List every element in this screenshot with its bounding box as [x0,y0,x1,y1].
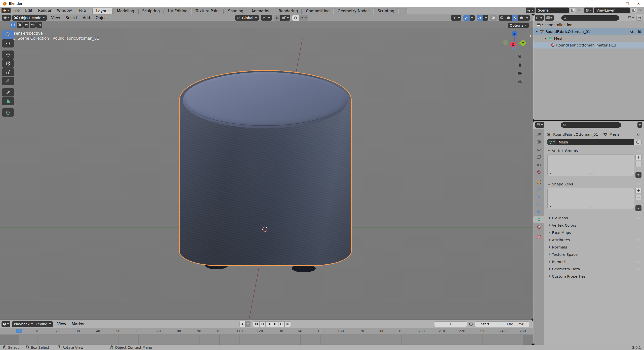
section-texture-space[interactable]: Texture Space [547,251,641,258]
list-filter-toggle-icon[interactable]: ▶ [550,205,551,208]
show-gizmo-toggle[interactable] [463,15,470,21]
scene-unlink-button[interactable]: × [577,8,582,13]
camera-view-button[interactable] [516,70,523,77]
tab-modeling[interactable]: Modeling [113,8,138,14]
pan-view-button[interactable] [516,61,523,68]
menu-render[interactable]: Render [35,8,54,13]
proportional-falloff-dropdown[interactable] [299,15,308,21]
timeline-menu-view[interactable]: View [55,321,69,327]
section-attributes[interactable]: Attributes [547,236,641,243]
proportional-edit-toggle[interactable] [292,15,299,21]
tab-material-properties[interactable] [533,223,544,231]
disclosure-triangle-icon[interactable]: ▼ [544,37,547,40]
section-vertex-groups[interactable]: Vertex Groups [547,147,641,154]
mesh-id-dropdown[interactable] [547,139,556,145]
tab-compositing[interactable]: Compositing [302,8,333,14]
properties-editor-type-button[interactable] [535,122,544,128]
cursor-tool[interactable] [2,39,14,47]
remove-shape-key-button[interactable]: − [635,194,641,200]
pivot-point-dropdown[interactable] [261,15,272,21]
scene-name-field[interactable]: Scene [536,8,569,13]
section-face-maps[interactable]: Face Maps [547,229,641,236]
toggle-perspective-button[interactable] [516,78,523,85]
drag-grip-icon[interactable] [636,268,640,270]
outliner-filter-type-dropdown[interactable] [545,15,554,21]
section-shape-keys[interactable]: Shape Keys [547,180,641,188]
shading-wireframe-button[interactable] [499,15,505,21]
shape-keys-list[interactable]: ▶ [547,188,634,209]
tab-scripting[interactable]: Scripting [374,8,398,14]
timeline-editor-type-button[interactable] [2,321,10,327]
tab-shading[interactable]: Shading [224,8,247,14]
ottoman-object[interactable] [179,70,352,266]
drag-grip-icon[interactable] [636,217,640,219]
outliner-row-object[interactable]: ▼ RoundFabricOttoman_01 [533,28,644,35]
keying-menu[interactable]: Keying [35,322,51,326]
breadcrumb-object[interactable]: RoundFabricOttoman_01 [553,132,598,136]
tab-tool-properties[interactable] [533,131,544,138]
measure-tool[interactable] [2,97,14,105]
minimize-button[interactable]: – [611,0,622,7]
transform-orientation-dropdown[interactable]: Global [235,15,259,21]
viewlayer-remove-button[interactable]: × [638,8,643,13]
pin-icon[interactable] [636,133,640,136]
overlays-dropdown[interactable] [483,15,488,21]
move-tool[interactable] [2,51,14,59]
gizmo-dropdown[interactable] [470,15,475,21]
mode-dropdown[interactable]: Object Mode [12,15,47,21]
jump-to-start-button[interactable] [253,321,259,327]
outliner-filter-dropdown[interactable] [626,15,635,21]
zoom-view-button[interactable] [516,53,523,60]
add-workspace-button[interactable]: + [399,8,408,14]
tab-object-data-properties[interactable] [533,216,544,223]
tab-render-properties[interactable] [533,138,544,146]
play-reverse-button[interactable] [266,321,272,327]
snap-toggle[interactable] [274,15,280,21]
show-overlays-toggle[interactable] [477,15,483,21]
vertex-groups-list[interactable]: ▶ [547,154,634,176]
viewport-menu-add[interactable]: Add [80,15,93,21]
drag-grip-icon[interactable] [636,224,640,226]
start-frame-field[interactable]: Start 1 [475,321,502,327]
select-mode-extend-button[interactable] [17,22,23,28]
sidebar-toggle[interactable] [529,33,532,39]
maximize-button[interactable]: □ [622,0,633,7]
snap-with-dropdown[interactable] [280,15,290,21]
tab-particle-properties[interactable] [533,193,544,201]
auto-key-dropdown[interactable] [245,321,250,327]
tab-texture-paint[interactable]: Texture Paint [192,8,224,14]
tab-physics-properties[interactable] [533,201,544,208]
editor-type-button[interactable] [2,15,11,21]
hide-eye-icon[interactable] [630,30,634,33]
menu-window[interactable]: Window [54,8,75,13]
list-resize-grip[interactable] [589,207,593,208]
disable-render-camera-icon[interactable] [637,30,641,33]
shading-rendered-button[interactable] [518,15,525,21]
tab-texture-properties[interactable] [533,233,544,241]
object-visibility-dropdown[interactable] [451,15,461,21]
list-resize-grip[interactable] [589,173,593,175]
drag-grip-icon[interactable] [636,246,640,248]
shading-solid-button[interactable] [505,15,512,21]
navigation-gizmo[interactable]: Z Y X [503,30,526,53]
vertex-group-specials-button[interactable] [635,172,641,178]
drag-grip-icon[interactable] [636,239,640,241]
viewport-menu-view[interactable]: View [48,15,63,21]
outliner-row-material[interactable]: RoundFabricOttoman_material13 [533,42,644,48]
viewport-menu-select[interactable]: Select [63,15,80,21]
next-keyframe-button[interactable] [278,321,285,327]
section-normals[interactable]: Normals [547,243,641,251]
rotate-tool[interactable] [2,59,14,68]
transform-tool[interactable] [2,77,14,85]
menu-edit[interactable]: Edit [22,8,35,13]
shading-material-preview-button[interactable] [512,15,518,21]
annotate-tool[interactable] [2,88,14,96]
mesh-name-field[interactable]: Mesh [556,139,634,145]
tab-layout[interactable]: Layout [92,8,113,14]
scene-copy-button[interactable] [570,8,576,13]
section-uv-maps[interactable]: UV Maps [547,214,641,222]
tab-sculpting[interactable]: Sculpting [138,8,164,14]
properties-options-button[interactable] [637,122,642,128]
section-geometry-data[interactable]: Geometry Data [547,265,641,273]
tab-output-properties[interactable] [533,146,544,153]
